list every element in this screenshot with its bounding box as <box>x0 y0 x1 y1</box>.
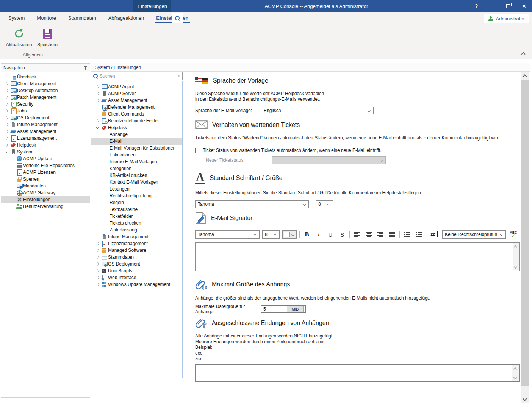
settings-item-kontakt-e-mail-vorlagen[interactable]: Kontakt E-Mail Vorlagen <box>91 179 182 186</box>
language-dropdown[interactable]: Englisch <box>261 107 374 114</box>
menu-system[interactable]: System <box>2 12 31 24</box>
chevron-right-icon[interactable] <box>4 122 9 127</box>
textarea-scrollbar[interactable] <box>512 365 519 381</box>
align-left-button[interactable] <box>352 230 361 239</box>
nav-item-mandanten[interactable]: Mandanten <box>1 183 90 189</box>
scroll-down-icon[interactable] <box>514 266 517 269</box>
chevron-right-icon[interactable] <box>95 282 100 287</box>
refresh-button[interactable]: Aktualisieren <box>4 27 34 47</box>
chevron-down-icon[interactable] <box>95 125 100 130</box>
menu-stammdaten[interactable]: Stammdaten <box>62 12 102 24</box>
menu-abfrageaktionen[interactable]: Abfrageaktionen <box>102 12 150 24</box>
bullet-list-button[interactable] <box>402 230 412 239</box>
align-right-button[interactable] <box>376 230 385 239</box>
pin-icon[interactable] <box>83 66 88 70</box>
align-justify-button[interactable] <box>388 230 397 239</box>
default-font-dropdown[interactable]: Tahoma <box>195 200 309 208</box>
nav-item-überblick[interactable]: Überblick <box>1 73 90 80</box>
minimize-button[interactable] <box>484 0 500 12</box>
settings-item-windows-update-management[interactable]: Windows Update Management <box>91 281 182 288</box>
nav-item-os-deployment[interactable]: OS Deployment <box>1 114 90 121</box>
chevron-right-icon[interactable] <box>95 98 100 103</box>
nav-item-system[interactable]: System <box>1 148 90 155</box>
nav-item-verteilte-file-repositories[interactable]: Verteilte File Repositories <box>1 162 90 169</box>
font-color-dropdown[interactable] <box>282 230 297 239</box>
settings-item-kategorien[interactable]: Kategorien <box>91 165 182 172</box>
chevron-right-icon[interactable] <box>95 91 100 96</box>
settings-item-e-mail-vorlagen-für-eskalationen[interactable]: E-Mail Vorlagen für Eskalationen <box>91 145 182 152</box>
chevron-right-icon[interactable] <box>95 268 100 273</box>
settings-item-defender-management[interactable]: Defender Management <box>91 104 182 111</box>
chevron-right-icon[interactable] <box>95 241 100 246</box>
scroll-up-button[interactable] <box>521 72 529 80</box>
settings-item-managed-software[interactable]: Managed Software <box>91 247 182 254</box>
filesize-unit-button[interactable]: MiB <box>287 306 304 312</box>
restore-button[interactable] <box>500 0 516 12</box>
spellcheck-button[interactable]: ABC ✓ <box>509 231 518 238</box>
settings-item-lizenzmanagement[interactable]: Lizenzmanagement <box>91 240 182 247</box>
menu-monitore[interactable]: Monitore <box>31 12 62 24</box>
chevron-right-icon[interactable] <box>4 129 9 134</box>
scroll-up-icon[interactable] <box>514 367 517 370</box>
chevron-right-icon[interactable] <box>4 81 9 86</box>
nav-item-client-management[interactable]: Client Management <box>1 80 90 87</box>
nav-item-acmp-lizenzen[interactable]: ACMP Lizenzen <box>1 169 90 176</box>
nav-item-benutzerverwaltung[interactable]: Benutzerverwaltung <box>1 203 90 210</box>
settings-item-acmp-server[interactable]: ACMP Server <box>91 90 182 97</box>
settings-item-os-deployment[interactable]: OS Deployment <box>91 261 182 267</box>
search-input[interactable] <box>100 73 175 79</box>
settings-item-asset-management[interactable]: Asset Management <box>91 97 182 104</box>
underline-button[interactable]: U <box>326 230 335 239</box>
nav-item-desktop-automation[interactable]: Desktop Automation <box>1 87 90 94</box>
nav-item-security[interactable]: Security <box>1 101 90 108</box>
chevron-right-icon[interactable] <box>95 118 100 123</box>
scroll-up-icon[interactable] <box>514 245 517 248</box>
nav-item-intune-management[interactable]: Intune Management <box>1 121 90 128</box>
settings-item-regeln[interactable]: Regeln <box>91 199 182 206</box>
close-button[interactable]: ✕ <box>516 0 532 12</box>
chevron-right-icon[interactable] <box>4 88 9 93</box>
chevron-right-icon[interactable] <box>4 108 9 114</box>
signature-font-dropdown[interactable]: Tahoma <box>195 230 260 239</box>
settings-item-helpdesk[interactable]: Helpdesk <box>91 124 182 131</box>
nav-item-asset-management[interactable]: Asset Management <box>1 128 90 135</box>
ticket-status-checkbox[interactable] <box>195 148 200 153</box>
ribbon-collapse-button[interactable] <box>521 52 526 55</box>
settings-item-unix-scripts[interactable]: Unix Scripts <box>91 267 182 274</box>
chevron-right-icon[interactable] <box>95 248 100 253</box>
chevron-down-icon[interactable] <box>4 149 9 155</box>
settings-item-e-mail[interactable]: E-Mail <box>91 138 182 145</box>
settings-item-lösungen[interactable]: Lösungen <box>91 186 182 192</box>
nav-item-helpdesk[interactable]: Helpdesk <box>1 142 90 148</box>
settings-item-web-interface[interactable]: Web Interface <box>91 274 182 281</box>
nav-item-acmp-update[interactable]: ACMP Update <box>1 155 90 162</box>
scroll-down-button[interactable] <box>521 395 529 403</box>
chevron-right-icon[interactable] <box>95 275 100 280</box>
title-tab-einstellungen[interactable]: Einstellungen <box>133 0 171 12</box>
chevron-right-icon[interactable] <box>4 136 9 141</box>
chevron-right-icon[interactable] <box>95 255 100 260</box>
strikethrough-button[interactable]: S <box>338 230 347 239</box>
settings-item-eskalationen[interactable]: Eskalationen <box>91 152 182 158</box>
spellcheck-dropdown[interactable]: Keine Rechtschreibprüfung <box>442 230 506 239</box>
chevron-right-icon[interactable] <box>4 102 9 107</box>
signature-size-dropdown[interactable]: 8 <box>262 230 280 239</box>
save-button[interactable]: Speichern <box>35 27 60 47</box>
default-size-dropdown[interactable]: 8 <box>316 200 333 208</box>
chevron-right-icon[interactable] <box>4 115 9 120</box>
textarea-scrollbar[interactable] <box>513 243 519 270</box>
settings-item-interne-e-mail-vorlagen[interactable]: Interne E-Mail Vorlagen <box>91 158 182 165</box>
settings-item-tickets-drucken[interactable]: Tickets drucken <box>91 220 182 226</box>
align-center-button[interactable] <box>364 230 373 239</box>
settings-item-kb-artikel-drucken[interactable]: KB-Artikel drucken <box>91 172 182 179</box>
settings-item-rechtschreibprüfung[interactable]: Rechtschreibprüfung <box>91 192 182 199</box>
text-direction-button[interactable]: ⇄ <box>429 230 438 239</box>
max-filesize-input[interactable]: 5 MiB <box>261 305 306 313</box>
numbered-list-button[interactable] <box>414 230 423 239</box>
chevron-right-icon[interactable] <box>95 84 100 89</box>
settings-item-textbausteine[interactable]: Textbausteine <box>91 206 182 213</box>
settings-item-intune-management[interactable]: Intune Management <box>91 233 182 240</box>
scroll-down-icon[interactable] <box>514 376 517 379</box>
administrator-button[interactable]: Administrator <box>484 14 529 23</box>
settings-item-anhänge[interactable]: Anhänge <box>91 131 182 138</box>
